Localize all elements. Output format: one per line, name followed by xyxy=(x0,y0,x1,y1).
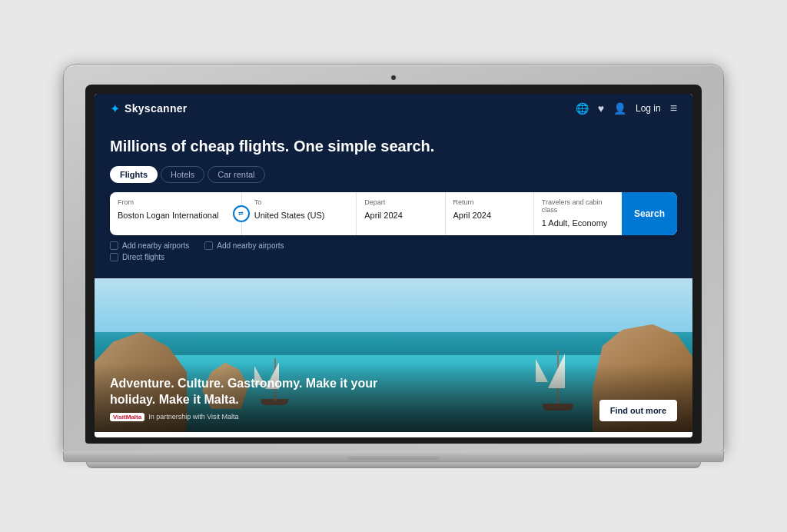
travelers-field[interactable]: Travelers and cabin class 1 Adult, Econo… xyxy=(534,192,622,235)
depart-value: April 2024 xyxy=(364,211,403,220)
direct-flights-row: Direct flights xyxy=(110,253,677,261)
hero-section: Millions of cheap flights. One simple se… xyxy=(95,124,692,278)
to-value: United States (US) xyxy=(254,211,325,220)
partner-logo: VisitMalta xyxy=(110,413,144,421)
return-label: Return xyxy=(453,198,526,206)
search-bar: From Boston Logan International ⇄ To Uni… xyxy=(110,192,677,235)
screen: ✦ Skyscanner 🌐 ♥ 👤 Log in ≡ Millions of … xyxy=(95,94,692,437)
laptop-notch xyxy=(347,456,440,460)
screen-bezel: ✦ Skyscanner 🌐 ♥ 👤 Log in ≡ Millions of … xyxy=(85,85,702,444)
partner-text: In partnership with Visit Malta xyxy=(148,413,238,421)
camera-dot xyxy=(391,75,396,80)
search-tabs: Flights Hotels Car rental xyxy=(110,166,677,183)
to-field[interactable]: To United States (US) xyxy=(242,192,357,235)
login-button[interactable]: Log in xyxy=(636,103,661,114)
depart-label: Depart xyxy=(364,198,437,206)
nearby-airports-to-checkbox[interactable]: Add nearby airports xyxy=(204,241,284,250)
checkbox-box-2 xyxy=(204,241,213,250)
banner-overlay: Adventure. Culture. Gastronomy. Make it … xyxy=(95,364,692,432)
banner-text-area: Adventure. Culture. Gastronomy. Make it … xyxy=(110,376,587,421)
travelers-value: 1 Adult, Economy xyxy=(542,218,608,228)
navbar: ✦ Skyscanner 🌐 ♥ 👤 Log in ≡ xyxy=(95,94,692,124)
logo-area: ✦ Skyscanner xyxy=(110,101,188,116)
find-out-more-button[interactable]: Find out more xyxy=(599,400,677,421)
nearby-airports-row: Add nearby airports Add nearby airports xyxy=(110,241,677,250)
laptop-lid: ✦ Skyscanner 🌐 ♥ 👤 Log in ≡ Millions of … xyxy=(63,64,724,452)
banner-partner: VisitMalta In partnership with Visit Mal… xyxy=(110,413,587,421)
laptop-base xyxy=(63,451,724,462)
promotional-banner: Adventure. Culture. Gastronomy. Make it … xyxy=(95,278,692,432)
from-field[interactable]: From Boston Logan International ⇄ xyxy=(110,192,242,235)
depart-field[interactable]: Depart April 2024 xyxy=(357,192,445,235)
user-icon[interactable]: 👤 xyxy=(613,102,626,115)
hero-title: Millions of cheap flights. One simple se… xyxy=(110,138,677,155)
from-label: From xyxy=(118,198,234,206)
nearby-airports-from-checkbox[interactable]: Add nearby airports xyxy=(110,241,189,250)
laptop-foot xyxy=(86,462,701,468)
heart-icon[interactable]: ♥ xyxy=(598,102,604,115)
sky-area xyxy=(95,278,692,332)
return-field[interactable]: Return April 2024 xyxy=(446,192,534,235)
skyscanner-logo-icon: ✦ xyxy=(110,101,120,116)
banner-headline: Adventure. Culture. Gastronomy. Make it … xyxy=(110,376,402,408)
search-options: Add nearby airports Add nearby airports … xyxy=(110,241,677,261)
direct-flights-checkbox[interactable]: Direct flights xyxy=(110,253,164,261)
tab-hotels[interactable]: Hotels xyxy=(161,166,204,183)
globe-icon[interactable]: 🌐 xyxy=(576,102,589,115)
laptop-container: ✦ Skyscanner 🌐 ♥ 👤 Log in ≡ Millions of … xyxy=(63,64,724,468)
to-label: To xyxy=(254,198,349,206)
search-button[interactable]: Search xyxy=(622,192,677,235)
tab-car-rental[interactable]: Car rental xyxy=(208,166,264,183)
from-value: Boston Logan International xyxy=(118,211,219,220)
travelers-label: Travelers and cabin class xyxy=(542,198,614,214)
checkbox-box xyxy=(110,241,118,250)
return-value: April 2024 xyxy=(453,211,492,220)
nav-right: 🌐 ♥ 👤 Log in ≡ xyxy=(576,101,677,115)
swap-button[interactable]: ⇄ xyxy=(233,205,250,222)
logo-text: Skyscanner xyxy=(125,102,188,115)
checkbox-box-3 xyxy=(110,253,118,261)
menu-button[interactable]: ≡ xyxy=(670,101,677,115)
tab-flights[interactable]: Flights xyxy=(110,166,158,183)
